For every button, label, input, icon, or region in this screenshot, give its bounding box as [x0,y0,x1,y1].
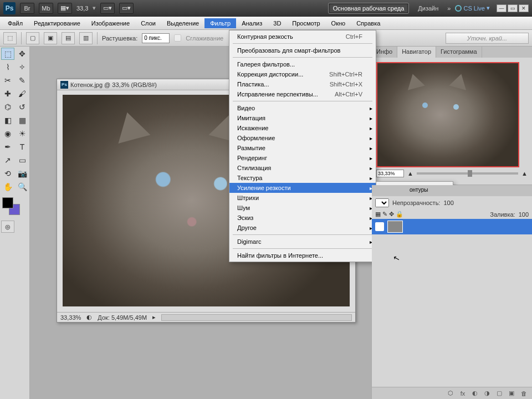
heal-tool[interactable]: ✚ [1,88,14,100]
foreground-color[interactable] [2,197,13,208]
filter-item[interactable]: Пластика...Shift+Ctrl+X [229,79,376,89]
filter-item[interactable]: Оформление [229,133,376,143]
menu-просмотр[interactable]: Просмотр [287,18,325,28]
lasso-tool[interactable]: ⌇ [1,61,14,73]
navigator-zoom-slider[interactable] [417,172,518,175]
trash-icon[interactable]: 🗑 [519,389,529,398]
filter-item[interactable]: Найти фильтры в Интернете... [229,250,376,260]
close-button[interactable]: ✕ [519,4,529,12]
filter-item[interactable]: Видео [229,103,376,113]
path-tool[interactable]: ↗ [1,154,14,166]
filter-item[interactable]: Стилизация [229,163,376,173]
navigator-thumbnail[interactable] [376,62,519,167]
filter-item[interactable]: Преобразовать для смарт-фильтров [229,45,376,55]
menu-справка[interactable]: Справка [351,18,386,28]
gradient-tool[interactable]: ▦ [16,114,29,126]
menu-фильтр[interactable]: Фильтр [204,18,236,28]
adjustment-icon[interactable]: ◑ [482,389,492,398]
filter-item[interactable]: Искажение [229,123,376,133]
filter-item[interactable]: Эскиз [229,213,376,223]
horizontal-scrollbar[interactable] [161,314,352,321]
selection-subtract-icon[interactable]: ▤ [62,32,75,44]
zoom-tool[interactable]: 🔍 [16,181,29,193]
filter-item[interactable]: Текстура [229,173,376,183]
filter-item[interactable]: Рендеринг [229,153,376,163]
filter-item[interactable]: Другое [229,223,376,233]
workspace-essentials[interactable]: Основная рабочая среда [328,3,410,14]
type-tool[interactable]: T [16,141,29,153]
filter-item[interactable]: Шум [229,203,376,213]
wand-tool[interactable]: ✧ [16,61,29,73]
layer-thumbnail[interactable] [387,221,403,233]
restore-button[interactable]: ▭ [508,4,518,12]
marquee-tool[interactable]: ⬚ [1,48,14,60]
filter-item[interactable]: Коррекция дисторсии...Shift+Ctrl+R [229,69,376,79]
color-swatches[interactable] [1,196,23,218]
pen-tool[interactable]: ✒ [1,141,14,153]
history-brush-tool[interactable]: ↺ [16,101,29,113]
brush-tool[interactable]: 🖌 [16,88,29,100]
eyedropper-tool[interactable]: ✎ [16,74,29,86]
selection-add-icon[interactable]: ▣ [44,32,57,44]
workspace-design[interactable]: Дизайн [413,3,443,13]
menu-файл[interactable]: Файл [2,18,28,28]
launch-dropdown[interactable]: ▦▾ [58,3,72,14]
menu-3d[interactable]: 3D [268,18,287,28]
menu-анализ[interactable]: Анализ [236,18,268,28]
doc-arrow-icon[interactable]: ▸ [152,314,156,321]
filter-item[interactable]: Галерея фильтров... [229,59,376,69]
navigator-zoom-input[interactable] [376,170,404,177]
bridge-button[interactable]: Br [20,3,34,14]
zoom-level[interactable]: 33,3 [76,5,88,12]
zoom-out-icon[interactable]: ▲ [407,170,413,177]
shape-tool[interactable]: ▭ [16,154,29,166]
crop-tool[interactable]: ✂ [1,74,14,86]
layer-visibility-icon[interactable] [375,222,384,231]
refine-edge-button[interactable]: Уточн. край... [446,33,529,44]
doc-status-icon[interactable]: ◐ [86,314,92,321]
mask-icon[interactable]: ◐ [470,389,480,398]
dodge-tool[interactable]: ☀ [16,127,29,140]
blur-tool[interactable]: ◉ [1,127,14,140]
marquee-tool-icon[interactable]: ⬚ [3,32,17,44]
selection-intersect-icon[interactable]: ▥ [79,32,93,44]
filter-item[interactable]: Контурная резкостьCtrl+F [229,32,376,42]
cs-live-button[interactable]: CS Live▾ [455,4,490,12]
panel-tab-навигатор[interactable]: Навигатор [397,47,436,58]
stamp-tool[interactable]: ⌬ [1,101,14,113]
filter-item[interactable]: Исправление перспективы...Alt+Ctrl+V [229,89,376,99]
camera-tool[interactable]: 📷 [16,167,29,180]
fx-icon[interactable]: fx [458,389,468,398]
3d-tool[interactable]: ⟲ [1,167,14,180]
lock-icons[interactable]: ▦ ✎ ✥ 🔒 [375,211,403,218]
move-tool[interactable]: ✥ [16,48,29,60]
opacity-value[interactable]: 100 [443,200,453,206]
filter-item[interactable]: Digimarc [229,237,376,247]
menu-изображение[interactable]: Изображение [86,18,135,28]
quick-mask-button[interactable]: ◎ [1,221,14,233]
folder-icon[interactable]: ▢ [494,389,504,398]
new-layer-icon[interactable]: ▣ [507,389,516,398]
paths-tab-partial[interactable]: онтуры [405,185,432,196]
minimize-button[interactable]: — [497,4,507,12]
blend-mode-select[interactable] [375,198,389,207]
filter-item[interactable]: Имитация [229,113,376,123]
filter-item[interactable]: Штрихи [229,193,376,203]
layer-row[interactable] [372,219,532,234]
arrange-dropdown[interactable]: ▭▾ [100,3,115,14]
panel-tab-гистограмма[interactable]: Гистограмма [436,47,482,58]
fill-value[interactable]: 100 [519,211,529,218]
menu-слои[interactable]: Слои [135,18,161,28]
selection-new-icon[interactable]: ▢ [26,32,39,44]
menu-окно[interactable]: Окно [326,18,351,28]
menu-выделение[interactable]: Выделение [161,18,204,28]
workspace-more-icon[interactable]: » [447,5,451,12]
menu-редактирование[interactable]: Редактирование [28,18,86,28]
doc-zoom[interactable]: 33,33% [60,314,81,321]
link-icon[interactable]: ⬡ [446,389,456,398]
filter-item[interactable]: Размытие [229,143,376,153]
mb-button[interactable]: Mb [39,3,53,14]
feather-input[interactable] [142,33,170,43]
eraser-tool[interactable]: ◧ [1,114,14,126]
screen-mode-dropdown[interactable]: ▭▾ [119,3,134,14]
